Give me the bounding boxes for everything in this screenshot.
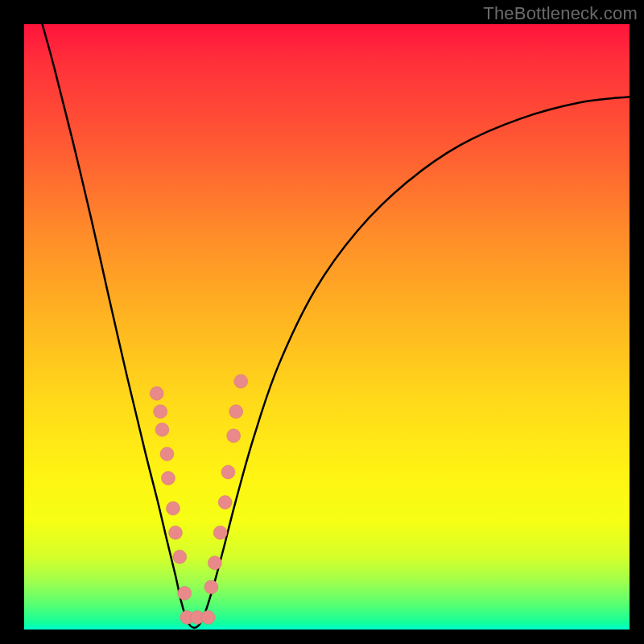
marker-dot: [227, 429, 241, 443]
chart-frame: TheBottleneck.com: [0, 0, 644, 644]
bottleneck-curve: [43, 24, 630, 628]
attribution-text: TheBottleneck.com: [483, 3, 638, 24]
marker-dot: [160, 447, 174, 460]
marker-dot: [155, 423, 169, 436]
marker-dot: [169, 526, 183, 539]
marker-dot: [234, 374, 248, 388]
marker-dot: [229, 405, 243, 419]
plot-svg: [24, 24, 630, 630]
marker-dot: [154, 405, 167, 419]
plot-area: [24, 24, 630, 630]
marker-dot: [208, 556, 221, 570]
marker-group: [150, 374, 248, 624]
marker-dot: [173, 550, 187, 564]
marker-dot: [178, 586, 192, 600]
marker-dot: [166, 502, 180, 515]
marker-dot: [218, 496, 232, 510]
marker-dot: [221, 465, 235, 479]
marker-dot: [213, 526, 227, 539]
marker-dot: [201, 610, 215, 624]
marker-dot: [204, 580, 218, 594]
marker-dot: [150, 386, 163, 400]
marker-dot: [161, 472, 175, 485]
